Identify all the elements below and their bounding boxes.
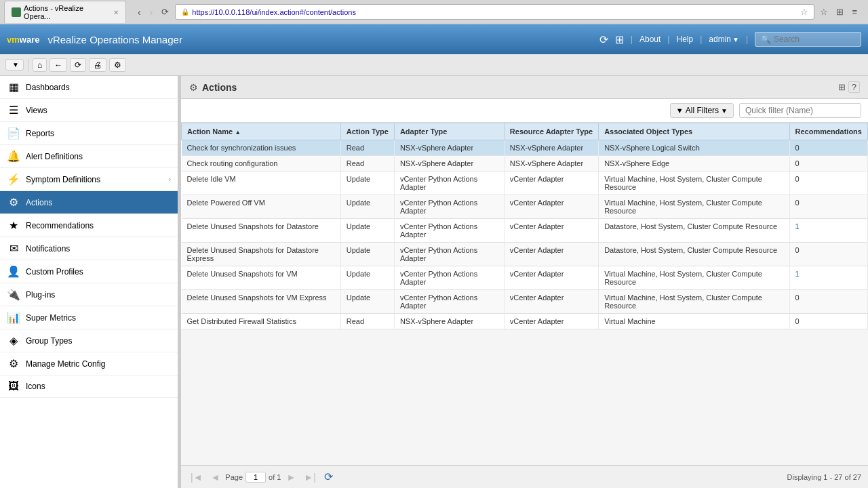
sidebar-label-group-types: Group Types (26, 336, 171, 346)
recommendations-link[interactable]: 1 (795, 270, 800, 278)
recommendations-cell: 0 (789, 243, 867, 266)
refresh-header-icon[interactable]: ⟳ (599, 33, 608, 46)
quick-filter-input[interactable] (739, 103, 861, 118)
sidebar-item-manage-metric-config[interactable]: ⚙ Manage Metric Config (0, 352, 178, 375)
recommendations-cell: 0 (789, 156, 867, 171)
icons-icon: 🖼 (7, 380, 20, 392)
bookmark-icon[interactable]: ☆ (817, 5, 831, 18)
content-title: Actions (202, 82, 237, 93)
resource-adapter-type-cell: NSX-vSphere Adapter (504, 156, 598, 171)
sidebar-item-recommendations[interactable]: ★ Recommendations (0, 214, 178, 237)
custom-profiles-icon: 👤 (7, 265, 20, 278)
associated-object-types-cell: Virtual Machine, Host System, Cluster Co… (599, 171, 789, 195)
reports-icon: 📄 (7, 127, 20, 140)
adapter-type-cell: vCenter Python Actions Adapter (394, 290, 504, 314)
sidebar-item-symptom-definitions[interactable]: ⚡ Symptom Definitions › (0, 168, 178, 191)
resource-adapter-type-cell: vCenter Adapter (504, 219, 598, 243)
sidebar-item-super-metrics[interactable]: 📊 Super Metrics (0, 306, 178, 329)
associated-object-types-cell: NSX-vSphere Edge (599, 156, 789, 171)
sidebar-label-recommendations: Recommendations (26, 221, 171, 230)
browser-tab[interactable]: Actions - vRealize Opera... ✕ (4, 1, 126, 23)
admin-dropdown-button[interactable]: ▼ (5, 59, 24, 70)
search-input[interactable] (774, 35, 855, 44)
action-type-cell: Update (340, 219, 394, 243)
admin-button[interactable]: admin ▼ (709, 35, 739, 44)
home-toolbar-button[interactable]: ⌂ (33, 58, 47, 72)
col-associated-object-types[interactable]: Associated Object Types (599, 123, 789, 140)
last-page-button[interactable]: ►| (301, 471, 319, 483)
sidebar-label-icons: Icons (26, 382, 171, 391)
sidebar-item-custom-profiles[interactable]: 👤 Custom Profiles (0, 260, 178, 283)
action-name-cell: Delete Idle VM (182, 171, 341, 195)
refresh-toolbar-button[interactable]: ⟳ (70, 58, 86, 72)
col-adapter-type[interactable]: Adapter Type (394, 123, 504, 140)
extensions-icon[interactable]: ⊞ (833, 5, 846, 18)
app-header: vmware vRealize Operations Manager ⟳ ⊞ |… (0, 24, 868, 54)
action-name-cell: Check routing configuration (182, 156, 341, 171)
menu-icon[interactable]: ≡ (849, 5, 860, 18)
sidebar-item-reports[interactable]: 📄 Reports (0, 122, 178, 145)
back-button[interactable]: ‹ (134, 5, 144, 19)
help-link[interactable]: Help (676, 35, 693, 44)
table-row[interactable]: Check routing configuration Read NSX-vSp… (182, 156, 868, 171)
page-input[interactable] (245, 472, 266, 483)
all-filters-label: All Filters (686, 106, 719, 115)
associated-object-types-cell: Virtual Machine (599, 314, 789, 329)
dropdown-arrow-icon: ▼ (12, 61, 19, 68)
table-header: Action Name ▲ Action Type Adapter Type R… (182, 123, 868, 140)
all-filters-button[interactable]: ▼ All Filters ▼ (670, 103, 734, 118)
sidebar-item-dashboards[interactable]: ▦ Dashboards (0, 76, 178, 99)
forward-button[interactable]: › (146, 5, 157, 19)
col-recommendations[interactable]: Recommendations (789, 123, 867, 140)
actions-icon: ⚙ (7, 196, 20, 209)
action-type-cell: Update (340, 171, 394, 195)
sort-asc-icon: ▲ (235, 129, 241, 136)
recommendations-link[interactable]: 1 (795, 222, 800, 230)
star-icon[interactable]: ☆ (800, 7, 808, 17)
sidebar-label-plug-ins: Plug-ins (26, 290, 171, 300)
reload-button[interactable]: ⟳ (158, 5, 172, 18)
expand-icon[interactable]: ⊞ (838, 81, 846, 93)
grid-header-icon[interactable]: ⊞ (615, 33, 624, 46)
adapter-type-cell: vCenter Python Actions Adapter (394, 171, 504, 195)
back-toolbar-button[interactable]: ← (50, 58, 67, 72)
table-row[interactable]: Delete Powered Off VM Update vCenter Pyt… (182, 195, 868, 219)
print-toolbar-button[interactable]: 🖨 (89, 58, 106, 72)
table-row[interactable]: Delete Unused Snapshots for Datastore Ex… (182, 243, 868, 266)
sidebar-item-notifications[interactable]: ✉ Notifications (0, 237, 178, 260)
table-row[interactable]: Delete Unused Snapshots for VM Update vC… (182, 266, 868, 290)
resource-adapter-type-cell: vCenter Adapter (504, 266, 598, 290)
table-row[interactable]: Delete Idle VM Update vCenter Python Act… (182, 171, 868, 195)
notifications-icon: ✉ (7, 242, 20, 255)
page-text: Page (225, 473, 243, 481)
associated-object-types-cell: NSX-vSphere Logical Switch (599, 140, 789, 156)
of-label: of 1 (269, 473, 281, 481)
address-bar[interactable]: 🔒 https://10.0.0.118/ui/index.action#/co… (175, 4, 814, 20)
col-action-type[interactable]: Action Type (340, 123, 394, 140)
first-page-button[interactable]: |◄ (188, 471, 205, 483)
col-action-name[interactable]: Action Name ▲ (182, 123, 341, 140)
settings-toolbar-button[interactable]: ⚙ (109, 58, 126, 72)
sidebar-label-custom-profiles: Custom Profiles (26, 267, 171, 277)
toolbar-separator (28, 58, 28, 72)
prev-page-button[interactable]: ◄ (208, 471, 223, 483)
sidebar-item-plug-ins[interactable]: 🔌 Plug-ins (0, 283, 178, 306)
sidebar-item-alert-definitions[interactable]: 🔔 Alert Definitions (0, 145, 178, 168)
browser-bar: Actions - vRealize Opera... ✕ ‹ › ⟳ 🔒 ht… (0, 0, 868, 24)
table-row[interactable]: Check for synchronization issues Read NS… (182, 140, 868, 156)
sidebar-item-actions[interactable]: ⚙ Actions (0, 191, 178, 214)
sidebar-item-views[interactable]: ☰ Views (0, 99, 178, 122)
table-row[interactable]: Delete Unused Snapshots for VM Express U… (182, 290, 868, 314)
next-page-button[interactable]: ► (283, 471, 298, 483)
table-row[interactable]: Delete Unused Snapshots for Datastore Up… (182, 219, 868, 243)
refresh-table-button[interactable]: ⟳ (321, 470, 336, 483)
sidebar-item-icons[interactable]: 🖼 Icons (0, 375, 178, 398)
col-resource-adapter-type[interactable]: Resource Adapter Type (504, 123, 598, 140)
table-row[interactable]: Get Distributed Firewall Statistics Read… (182, 314, 868, 329)
help-content-icon[interactable]: ? (848, 81, 860, 93)
about-link[interactable]: About (639, 35, 660, 44)
close-tab-icon[interactable]: ✕ (113, 9, 119, 16)
sidebar-label-reports: Reports (26, 129, 171, 138)
sidebar-item-group-types[interactable]: ◈ Group Types (0, 329, 178, 352)
sidebar-label-actions: Actions (26, 198, 171, 207)
